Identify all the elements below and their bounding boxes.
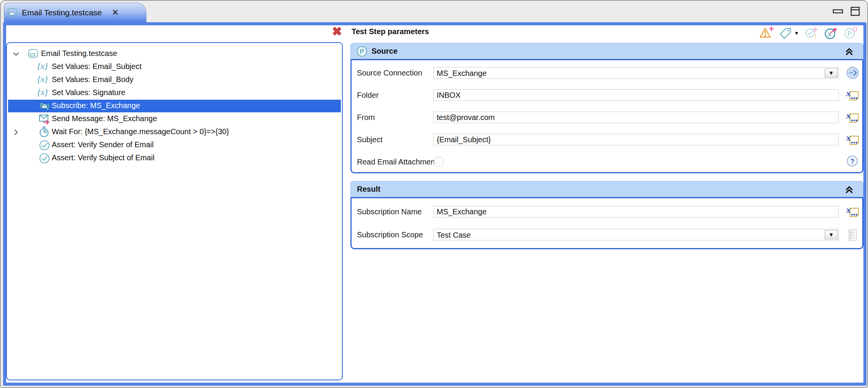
maximize-icon[interactable] bbox=[850, 7, 860, 16]
tree-item-subscribe[interactable]: Subscribe: MS_Exchange bbox=[8, 100, 341, 112]
editor-content: ✖ Test Step parameters ▼ bbox=[3, 22, 866, 386]
test-step-tree: Email Testing.testcase {x} Set Values: E… bbox=[6, 42, 343, 380]
chevron-down-icon[interactable] bbox=[12, 50, 20, 58]
scope-list-icon bbox=[846, 228, 860, 242]
subject-input[interactable] bbox=[433, 134, 839, 145]
section-title: Result bbox=[357, 185, 380, 194]
subscription-name-input[interactable] bbox=[433, 206, 839, 217]
dropdown-arrow-button[interactable]: ▼ bbox=[825, 230, 838, 239]
source-connection-dropdown[interactable]: MS_Exchange ▼ bbox=[433, 67, 839, 79]
tree-item-label: Assert: Verify Sender of Email bbox=[52, 140, 154, 149]
result-section-body: Subscription Name Subscription Scope Tes… bbox=[350, 197, 863, 249]
tree-item-label: Subscribe: MS_Exchange bbox=[52, 101, 140, 110]
field-row-folder: Folder bbox=[352, 89, 862, 101]
testcase-icon bbox=[28, 49, 39, 59]
set-values-icon: {x} bbox=[37, 61, 48, 71]
expression-editor-icon[interactable] bbox=[846, 133, 860, 146]
field-label: Subject bbox=[357, 134, 383, 145]
field-label: Subscription Name bbox=[357, 206, 422, 217]
field-label: Subscription Scope bbox=[357, 229, 423, 240]
testcase-icon bbox=[7, 8, 18, 18]
expression-editor-icon[interactable] bbox=[846, 205, 860, 218]
from-input[interactable] bbox=[433, 112, 839, 123]
field-row-subscription-scope: Subscription Scope Test Case ▼ bbox=[352, 229, 862, 240]
tag-icon bbox=[779, 27, 792, 39]
field-row-from: From bbox=[352, 112, 862, 123]
send-message-icon bbox=[38, 113, 51, 125]
collapse-section-icon[interactable] bbox=[845, 185, 854, 194]
tree-item-label: Send Message: MS_Exchange bbox=[52, 114, 157, 123]
parameters-header: ✖ Test Step parameters ▼ bbox=[6, 26, 863, 40]
expression-editor-icon[interactable] bbox=[846, 88, 860, 101]
tab-title: Email Testing.testcase bbox=[22, 8, 102, 17]
subscribe-icon bbox=[38, 100, 51, 112]
add-assertion-button[interactable] bbox=[804, 26, 818, 40]
field-row-subscription-name: Subscription Name bbox=[352, 206, 862, 217]
field-label: Folder bbox=[357, 89, 379, 101]
provar-settings-button[interactable] bbox=[843, 26, 858, 40]
section-title: Source bbox=[372, 47, 398, 56]
field-row-read-email-attachments: Read Email Attachments ? bbox=[352, 156, 862, 168]
field-row-subject: Subject bbox=[352, 134, 862, 145]
set-values-icon: {x} bbox=[37, 74, 48, 84]
minimize-icon[interactable] bbox=[833, 9, 843, 14]
help-icon[interactable]: ? bbox=[847, 156, 858, 166]
field-label: Read Email Attachments bbox=[357, 156, 441, 168]
extract-variable-button[interactable] bbox=[824, 26, 838, 39]
subscription-scope-dropdown[interactable]: Test Case ▼ bbox=[433, 229, 839, 240]
tree-item-label: Email Testing.testcase bbox=[41, 49, 117, 58]
add-warning-icon bbox=[759, 26, 774, 40]
app-window: Email Testing.testcase ✕ ✖ Test Step par… bbox=[0, 0, 868, 388]
tree-item-root[interactable]: Email Testing.testcase bbox=[8, 48, 341, 60]
page-title: Test Step parameters bbox=[352, 27, 429, 36]
extract-variable-icon bbox=[824, 26, 838, 39]
assert-check-icon bbox=[38, 152, 51, 164]
tree-item-label: Set Values: Signature bbox=[52, 88, 125, 97]
tree-item-label: Assert: Verify Subject of Email bbox=[52, 153, 155, 162]
tree-item-label: Set Values: Email_Subject bbox=[52, 62, 141, 71]
assert-check-icon bbox=[38, 139, 51, 151]
set-values-icon: {x} bbox=[37, 87, 48, 97]
wait-timer-icon bbox=[38, 126, 51, 138]
chevron-right-icon[interactable] bbox=[12, 128, 20, 136]
dropdown-value: MS_Exchange bbox=[437, 68, 487, 79]
collapse-section-icon[interactable] bbox=[845, 47, 854, 56]
dropdown-value: Test Case bbox=[437, 230, 471, 240]
folder-input[interactable] bbox=[433, 89, 839, 101]
dropdown-arrow-icon: ▼ bbox=[829, 232, 834, 237]
tree-item-set-values-signature[interactable]: {x} Set Values: Signature bbox=[8, 87, 341, 99]
read-email-attachments-checkbox[interactable] bbox=[434, 157, 444, 166]
tree-item-label: Set Values: Email_Body bbox=[52, 75, 133, 84]
tree-item-assert-subject[interactable]: Assert: Verify Subject of Email bbox=[8, 152, 341, 164]
source-section-header[interactable]: Source bbox=[350, 43, 863, 59]
tab-email-testing-testcase[interactable]: Email Testing.testcase ✕ bbox=[4, 3, 146, 22]
editor-tab-bar: Email Testing.testcase ✕ bbox=[1, 1, 867, 22]
tree-item-label: Wait For: {MS_Exchange.messageCount > 0}… bbox=[52, 127, 229, 136]
expression-editor-icon[interactable] bbox=[846, 110, 860, 123]
field-row-source-connection: Source Connection MS_Exchange ▼ bbox=[352, 67, 862, 79]
tree-item-send-message[interactable]: Send Message: MS_Exchange bbox=[8, 113, 341, 125]
tree-item-wait-for[interactable]: Wait For: {MS_Exchange.messageCount > 0}… bbox=[8, 126, 341, 138]
dropdown-arrow-button[interactable]: ▼ bbox=[825, 68, 838, 77]
error-marker-icon: ✖ bbox=[332, 25, 342, 37]
goto-connection-icon[interactable] bbox=[846, 66, 860, 80]
parameters-toolbar: ▼ bbox=[759, 26, 858, 40]
provar-gear-icon bbox=[843, 26, 858, 40]
add-assertion-icon bbox=[804, 26, 818, 40]
window-frame: Email Testing.testcase ✕ ✖ Test Step par… bbox=[0, 0, 868, 388]
field-label: From bbox=[357, 112, 375, 123]
chevron-down-icon: ▼ bbox=[794, 30, 799, 36]
add-warning-button[interactable] bbox=[759, 26, 774, 40]
provar-p-icon bbox=[356, 46, 368, 57]
result-section-header[interactable]: Result bbox=[350, 181, 863, 197]
tree-item-set-values-email-subject[interactable]: {x} Set Values: Email_Subject bbox=[8, 61, 341, 73]
tag-dropdown-button[interactable]: ▼ bbox=[779, 27, 799, 39]
tab-close-icon[interactable]: ✕ bbox=[112, 8, 119, 17]
field-label: Source Connection bbox=[357, 67, 422, 79]
tree-item-set-values-email-body[interactable]: {x} Set Values: Email_Body bbox=[8, 74, 341, 86]
tree-item-assert-sender[interactable]: Assert: Verify Sender of Email bbox=[8, 139, 341, 151]
dropdown-arrow-icon: ▼ bbox=[829, 70, 834, 76]
source-section-body: Source Connection MS_Exchange ▼ Folder bbox=[350, 59, 863, 173]
